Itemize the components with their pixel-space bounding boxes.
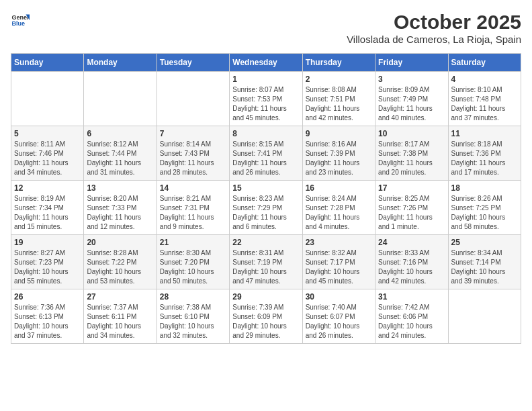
calendar-cell: 21Sunrise: 8:30 AM Sunset: 7:20 PM Dayli… [157,235,229,289]
calendar-cell: 24Sunrise: 8:33 AM Sunset: 7:16 PM Dayli… [375,235,448,289]
page-title: October 2025 [347,11,521,34]
calendar-week-row: 12Sunrise: 8:19 AM Sunset: 7:34 PM Dayli… [11,181,521,235]
day-info: Sunrise: 7:40 AM Sunset: 6:07 PM Dayligh… [306,303,372,340]
logo: General Blue General Blue [11,11,30,30]
day-number: 9 [306,129,372,138]
calendar-cell: 30Sunrise: 7:40 AM Sunset: 6:07 PM Dayli… [302,289,375,344]
day-info: Sunrise: 8:31 AM Sunset: 7:19 PM Dayligh… [232,248,299,286]
calendar-cell: 9Sunrise: 8:16 AM Sunset: 7:39 PM Daylig… [302,126,375,181]
calendar-cell: 18Sunrise: 8:26 AM Sunset: 7:25 PM Dayli… [448,181,521,235]
day-number: 1 [232,75,299,84]
day-info: Sunrise: 8:23 AM Sunset: 7:29 PM Dayligh… [232,194,299,232]
calendar-cell: 14Sunrise: 8:21 AM Sunset: 7:31 PM Dayli… [157,181,229,235]
calendar-cell: 20Sunrise: 8:28 AM Sunset: 7:22 PM Dayli… [84,235,157,289]
calendar-week-row: 5Sunrise: 8:11 AM Sunset: 7:46 PM Daylig… [11,126,521,181]
calendar-cell [448,289,521,344]
day-number: 17 [378,183,445,193]
day-info: Sunrise: 8:07 AM Sunset: 7:53 PM Dayligh… [232,85,299,123]
calendar-cell: 12Sunrise: 8:19 AM Sunset: 7:34 PM Dayli… [11,181,84,235]
day-info: Sunrise: 8:27 AM Sunset: 7:23 PM Dayligh… [14,248,81,286]
day-number: 12 [14,183,81,193]
day-number: 21 [160,238,226,247]
column-header-saturday: Saturday [448,54,521,72]
day-info: Sunrise: 8:18 AM Sunset: 7:36 PM Dayligh… [451,140,518,177]
day-number: 27 [87,292,153,302]
page-subtitle: Villoslada de Cameros, La Rioja, Spain [347,34,521,45]
calendar-cell: 23Sunrise: 8:32 AM Sunset: 7:17 PM Dayli… [302,235,375,289]
calendar-cell: 15Sunrise: 8:23 AM Sunset: 7:29 PM Dayli… [230,181,302,235]
calendar-cell: 2Sunrise: 8:08 AM Sunset: 7:51 PM Daylig… [302,72,375,126]
day-number: 14 [160,183,226,193]
day-number: 28 [160,292,226,302]
column-header-tuesday: Tuesday [157,54,229,72]
day-info: Sunrise: 8:25 AM Sunset: 7:26 PM Dayligh… [378,194,445,232]
day-info: Sunrise: 8:28 AM Sunset: 7:22 PM Dayligh… [87,248,153,286]
calendar-cell: 31Sunrise: 7:42 AM Sunset: 6:06 PM Dayli… [375,289,448,344]
calendar-week-row: 1Sunrise: 8:07 AM Sunset: 7:53 PM Daylig… [11,72,521,126]
day-number: 10 [378,129,445,138]
calendar-week-row: 19Sunrise: 8:27 AM Sunset: 7:23 PM Dayli… [11,235,521,289]
calendar-cell: 19Sunrise: 8:27 AM Sunset: 7:23 PM Dayli… [11,235,84,289]
day-info: Sunrise: 8:17 AM Sunset: 7:38 PM Dayligh… [378,140,445,177]
day-info: Sunrise: 7:39 AM Sunset: 6:09 PM Dayligh… [232,303,299,340]
calendar-cell: 8Sunrise: 8:15 AM Sunset: 7:41 PM Daylig… [230,126,302,181]
day-info: Sunrise: 8:15 AM Sunset: 7:41 PM Dayligh… [232,140,299,177]
calendar-cell: 13Sunrise: 8:20 AM Sunset: 7:33 PM Dayli… [84,181,157,235]
day-number: 15 [232,183,299,193]
day-number: 30 [306,292,372,302]
calendar-table: SundayMondayTuesdayWednesdayThursdayFrid… [11,53,521,344]
calendar-cell: 10Sunrise: 8:17 AM Sunset: 7:38 PM Dayli… [375,126,448,181]
day-number: 25 [451,238,518,247]
day-number: 4 [451,75,518,84]
day-number: 11 [451,129,518,138]
day-info: Sunrise: 8:21 AM Sunset: 7:31 PM Dayligh… [160,194,226,232]
day-info: Sunrise: 8:08 AM Sunset: 7:51 PM Dayligh… [306,85,372,123]
column-header-thursday: Thursday [302,54,375,72]
day-number: 20 [87,238,153,247]
day-number: 16 [306,183,372,193]
day-info: Sunrise: 8:20 AM Sunset: 7:33 PM Dayligh… [87,194,153,232]
day-number: 3 [378,75,445,84]
day-number: 2 [306,75,372,84]
day-info: Sunrise: 8:10 AM Sunset: 7:48 PM Dayligh… [451,85,518,123]
column-header-friday: Friday [375,54,448,72]
day-number: 24 [378,238,445,247]
day-info: Sunrise: 8:34 AM Sunset: 7:14 PM Dayligh… [451,248,518,286]
day-number: 6 [87,129,153,138]
calendar-cell: 16Sunrise: 8:24 AM Sunset: 7:28 PM Dayli… [302,181,375,235]
calendar-header-row: SundayMondayTuesdayWednesdayThursdayFrid… [11,54,521,72]
day-info: Sunrise: 8:32 AM Sunset: 7:17 PM Dayligh… [306,248,372,286]
column-header-wednesday: Wednesday [230,54,302,72]
svg-text:Blue: Blue [11,20,25,27]
logo-icon: General Blue [11,11,30,30]
day-number: 8 [232,129,299,138]
day-info: Sunrise: 8:16 AM Sunset: 7:39 PM Dayligh… [306,140,372,177]
calendar-cell: 28Sunrise: 7:38 AM Sunset: 6:10 PM Dayli… [157,289,229,344]
calendar-cell: 26Sunrise: 7:36 AM Sunset: 6:13 PM Dayli… [11,289,84,344]
calendar-cell: 7Sunrise: 8:14 AM Sunset: 7:43 PM Daylig… [157,126,229,181]
calendar-cell: 22Sunrise: 8:31 AM Sunset: 7:19 PM Dayli… [230,235,302,289]
day-info: Sunrise: 7:37 AM Sunset: 6:11 PM Dayligh… [87,303,153,340]
day-info: Sunrise: 7:38 AM Sunset: 6:10 PM Dayligh… [160,303,226,340]
calendar-cell: 6Sunrise: 8:12 AM Sunset: 7:44 PM Daylig… [84,126,157,181]
calendar-cell: 11Sunrise: 8:18 AM Sunset: 7:36 PM Dayli… [448,126,521,181]
calendar-cell: 4Sunrise: 8:10 AM Sunset: 7:48 PM Daylig… [448,72,521,126]
day-info: Sunrise: 8:19 AM Sunset: 7:34 PM Dayligh… [14,194,81,232]
day-info: Sunrise: 8:14 AM Sunset: 7:43 PM Dayligh… [160,140,226,177]
column-header-sunday: Sunday [11,54,84,72]
calendar-cell [157,72,229,126]
day-info: Sunrise: 8:26 AM Sunset: 7:25 PM Dayligh… [451,194,518,232]
day-info: Sunrise: 8:11 AM Sunset: 7:46 PM Dayligh… [14,140,81,177]
day-number: 29 [232,292,299,302]
day-info: Sunrise: 8:33 AM Sunset: 7:16 PM Dayligh… [378,248,445,286]
page-header: General Blue General Blue October 2025 V… [11,11,521,45]
day-number: 23 [306,238,372,247]
title-section: October 2025 Villoslada de Cameros, La R… [347,11,521,45]
day-number: 18 [451,183,518,193]
day-number: 22 [232,238,299,247]
day-number: 26 [14,292,81,302]
day-info: Sunrise: 8:24 AM Sunset: 7:28 PM Dayligh… [306,194,372,232]
column-header-monday: Monday [84,54,157,72]
day-info: Sunrise: 8:09 AM Sunset: 7:49 PM Dayligh… [378,85,445,123]
day-info: Sunrise: 7:42 AM Sunset: 6:06 PM Dayligh… [378,303,445,340]
